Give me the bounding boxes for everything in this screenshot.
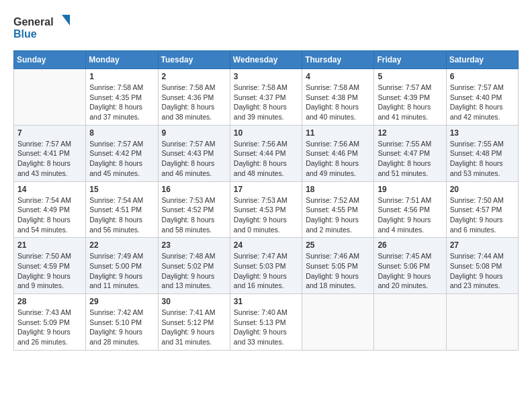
day-info: Sunrise: 7:55 AMSunset: 4:48 PMDaylight:… (450, 139, 515, 179)
svg-text:General: General (13, 16, 54, 28)
day-info: Sunrise: 7:53 AMSunset: 4:53 PMDaylight:… (234, 195, 298, 235)
page-header: GeneralBlue (13, 13, 519, 44)
day-number: 9 (162, 128, 226, 138)
calendar-cell (446, 294, 518, 351)
col-header-friday: Friday (374, 51, 446, 69)
calendar-cell: 22Sunrise: 7:49 AMSunset: 5:00 PMDayligh… (86, 238, 158, 294)
day-number: 28 (17, 297, 82, 306)
day-info: Sunrise: 7:57 AMSunset: 4:40 PMDaylight:… (450, 83, 515, 122)
calendar-cell: 4Sunrise: 7:58 AMSunset: 4:38 PMDaylight… (302, 69, 374, 126)
col-header-thursday: Thursday (302, 51, 374, 69)
day-number: 27 (450, 240, 515, 250)
day-info: Sunrise: 7:58 AMSunset: 4:35 PMDaylight:… (89, 83, 154, 122)
day-number: 16 (162, 185, 226, 194)
day-info: Sunrise: 7:45 AMSunset: 5:06 PMDaylight:… (378, 251, 442, 291)
calendar-cell: 12Sunrise: 7:55 AMSunset: 4:47 PMDayligh… (374, 125, 446, 181)
calendar-cell: 9Sunrise: 7:57 AMSunset: 4:43 PMDaylight… (158, 125, 230, 181)
calendar-cell: 11Sunrise: 7:56 AMSunset: 4:46 PMDayligh… (302, 125, 374, 181)
calendar-cell: 10Sunrise: 7:56 AMSunset: 4:44 PMDayligh… (230, 125, 302, 181)
calendar-cell (14, 69, 86, 126)
calendar-week-row: 14Sunrise: 7:54 AMSunset: 4:49 PMDayligh… (14, 181, 519, 238)
day-number: 6 (450, 72, 515, 81)
day-number: 20 (450, 185, 515, 194)
calendar-cell: 3Sunrise: 7:58 AMSunset: 4:37 PMDaylight… (230, 69, 302, 126)
calendar-header-row: SundayMondayTuesdayWednesdayThursdayFrid… (14, 51, 519, 69)
day-number: 5 (378, 72, 442, 81)
day-number: 19 (378, 185, 442, 194)
day-number: 30 (162, 297, 226, 306)
calendar-cell: 31Sunrise: 7:40 AMSunset: 5:13 PMDayligh… (230, 294, 302, 351)
col-header-wednesday: Wednesday (230, 51, 302, 69)
day-info: Sunrise: 7:42 AMSunset: 5:10 PMDaylight:… (89, 308, 154, 347)
day-info: Sunrise: 7:54 AMSunset: 4:49 PMDaylight:… (17, 195, 82, 235)
day-number: 25 (306, 240, 370, 250)
day-info: Sunrise: 7:54 AMSunset: 4:51 PMDaylight:… (89, 195, 154, 235)
day-number: 13 (450, 128, 515, 138)
day-number: 2 (162, 72, 226, 81)
calendar-cell: 26Sunrise: 7:45 AMSunset: 5:06 PMDayligh… (374, 238, 446, 294)
day-info: Sunrise: 7:58 AMSunset: 4:36 PMDaylight:… (162, 83, 226, 122)
logo: GeneralBlue (13, 13, 74, 44)
col-header-saturday: Saturday (446, 51, 518, 69)
calendar-cell: 24Sunrise: 7:47 AMSunset: 5:03 PMDayligh… (230, 238, 302, 294)
day-number: 12 (378, 128, 442, 138)
day-info: Sunrise: 7:53 AMSunset: 4:52 PMDaylight:… (162, 195, 226, 235)
day-number: 23 (162, 240, 226, 250)
calendar-cell: 17Sunrise: 7:53 AMSunset: 4:53 PMDayligh… (230, 181, 302, 238)
day-info: Sunrise: 7:52 AMSunset: 4:55 PMDaylight:… (306, 195, 370, 235)
calendar-cell: 30Sunrise: 7:41 AMSunset: 5:12 PMDayligh… (158, 294, 230, 351)
calendar-cell: 2Sunrise: 7:58 AMSunset: 4:36 PMDaylight… (158, 69, 230, 126)
day-info: Sunrise: 7:57 AMSunset: 4:39 PMDaylight:… (378, 83, 442, 122)
calendar-cell: 21Sunrise: 7:50 AMSunset: 4:59 PMDayligh… (14, 238, 86, 294)
day-info: Sunrise: 7:48 AMSunset: 5:02 PMDaylight:… (162, 251, 226, 291)
calendar-cell: 18Sunrise: 7:52 AMSunset: 4:55 PMDayligh… (302, 181, 374, 238)
day-info: Sunrise: 7:58 AMSunset: 4:38 PMDaylight:… (306, 83, 370, 122)
day-number: 31 (234, 297, 298, 306)
calendar-week-row: 7Sunrise: 7:57 AMSunset: 4:41 PMDaylight… (14, 125, 519, 181)
day-info: Sunrise: 7:43 AMSunset: 5:09 PMDaylight:… (17, 308, 82, 347)
calendar-cell: 6Sunrise: 7:57 AMSunset: 4:40 PMDaylight… (446, 69, 518, 126)
day-info: Sunrise: 7:46 AMSunset: 5:05 PMDaylight:… (306, 251, 370, 291)
day-info: Sunrise: 7:57 AMSunset: 4:41 PMDaylight:… (17, 139, 82, 179)
calendar-week-row: 1Sunrise: 7:58 AMSunset: 4:35 PMDaylight… (14, 69, 519, 126)
calendar-cell: 20Sunrise: 7:50 AMSunset: 4:57 PMDayligh… (446, 181, 518, 238)
day-number: 14 (17, 185, 82, 194)
calendar-cell: 27Sunrise: 7:44 AMSunset: 5:08 PMDayligh… (446, 238, 518, 294)
day-number: 22 (89, 240, 154, 250)
day-info: Sunrise: 7:51 AMSunset: 4:56 PMDaylight:… (378, 195, 442, 235)
day-info: Sunrise: 7:40 AMSunset: 5:13 PMDaylight:… (234, 308, 298, 347)
day-info: Sunrise: 7:57 AMSunset: 4:42 PMDaylight:… (89, 139, 154, 179)
calendar-cell: 13Sunrise: 7:55 AMSunset: 4:48 PMDayligh… (446, 125, 518, 181)
day-number: 17 (234, 185, 298, 194)
day-info: Sunrise: 7:50 AMSunset: 4:59 PMDaylight:… (17, 251, 82, 291)
calendar-cell: 1Sunrise: 7:58 AMSunset: 4:35 PMDaylight… (86, 69, 158, 126)
col-header-tuesday: Tuesday (158, 51, 230, 69)
day-info: Sunrise: 7:58 AMSunset: 4:37 PMDaylight:… (234, 83, 298, 122)
day-number: 4 (306, 72, 370, 81)
calendar-cell: 23Sunrise: 7:48 AMSunset: 5:02 PMDayligh… (158, 238, 230, 294)
day-number: 18 (306, 185, 370, 194)
calendar-table: SundayMondayTuesdayWednesdayThursdayFrid… (13, 50, 519, 351)
col-header-sunday: Sunday (14, 51, 86, 69)
calendar-cell: 19Sunrise: 7:51 AMSunset: 4:56 PMDayligh… (374, 181, 446, 238)
day-info: Sunrise: 7:57 AMSunset: 4:43 PMDaylight:… (162, 139, 226, 179)
calendar-cell: 15Sunrise: 7:54 AMSunset: 4:51 PMDayligh… (86, 181, 158, 238)
calendar-week-row: 28Sunrise: 7:43 AMSunset: 5:09 PMDayligh… (14, 294, 519, 351)
day-number: 24 (234, 240, 298, 250)
day-info: Sunrise: 7:47 AMSunset: 5:03 PMDaylight:… (234, 251, 298, 291)
day-number: 11 (306, 128, 370, 138)
day-number: 29 (89, 297, 154, 306)
day-number: 15 (89, 185, 154, 194)
calendar-cell: 5Sunrise: 7:57 AMSunset: 4:39 PMDaylight… (374, 69, 446, 126)
svg-text:Blue: Blue (13, 28, 37, 40)
svg-marker-1 (62, 15, 70, 26)
calendar-cell: 16Sunrise: 7:53 AMSunset: 4:52 PMDayligh… (158, 181, 230, 238)
day-info: Sunrise: 7:44 AMSunset: 5:08 PMDaylight:… (450, 251, 515, 291)
day-info: Sunrise: 7:56 AMSunset: 4:46 PMDaylight:… (306, 139, 370, 179)
calendar-cell: 8Sunrise: 7:57 AMSunset: 4:42 PMDaylight… (86, 125, 158, 181)
day-number: 8 (89, 128, 154, 138)
day-info: Sunrise: 7:50 AMSunset: 4:57 PMDaylight:… (450, 195, 515, 235)
calendar-cell (374, 294, 446, 351)
day-number: 21 (17, 240, 82, 250)
day-number: 3 (234, 72, 298, 81)
